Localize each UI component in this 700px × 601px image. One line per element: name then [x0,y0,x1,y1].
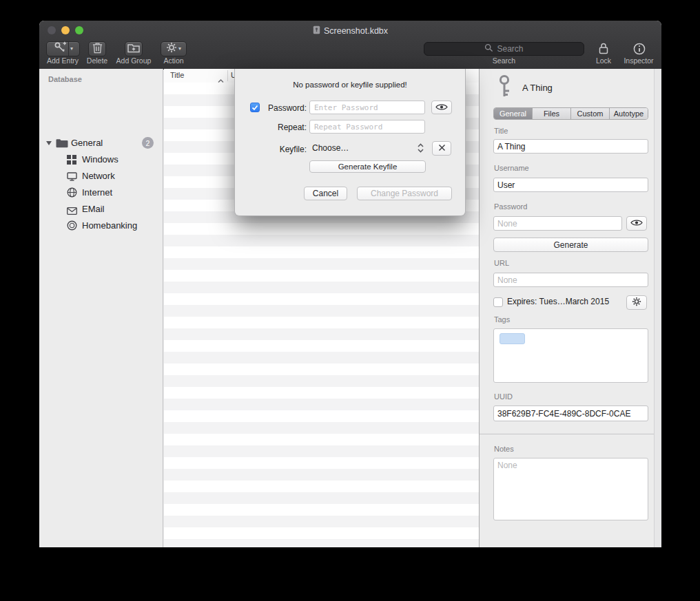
tab-autotype[interactable]: Autotype [610,108,648,119]
folder-plus-icon [127,43,140,56]
sidebar: Database General 2 Windows Network Inter… [39,69,163,547]
username-label: Username [494,164,529,172]
chevron-down-icon: ▾ [178,46,181,52]
lock-icon [599,43,608,57]
password-input[interactable] [309,101,425,114]
inspector-panel: A Thing General Files Custom Autotype Ti… [479,69,661,547]
document-icon [313,25,320,36]
username-field[interactable] [493,178,648,192]
entry-title: A Thing [522,83,553,93]
tag-token[interactable] [500,333,525,344]
expires-checkbox[interactable] [493,297,503,307]
generate-button[interactable]: Generate [493,238,648,252]
add-group-button[interactable] [125,41,143,56]
sidebar-item-label: Internet [82,187,112,198]
titlebar-toolbar: Screenshot.kdbx ▾ Add Entry Delete Add G… [39,21,661,70]
expires-settings-button[interactable] [626,295,647,310]
delete-label: Delete [78,56,116,65]
key-plus-icon [53,41,67,57]
sidebar-item-label: Windows [82,154,119,165]
action-button[interactable]: ▾ [161,41,187,56]
expires-label: Expires: Tues…March 2015 [507,297,609,306]
lock-button[interactable] [597,43,610,57]
inspector-button[interactable] [632,43,646,58]
action-label: Action [152,56,196,65]
search-icon [484,43,493,54]
zoom-button[interactable] [75,26,83,34]
title-label: Title [494,127,508,135]
change-password-dialog: No password or keyfile supplied! Passwor… [234,69,466,216]
tags-label: Tags [494,315,510,324]
key-icon [494,74,515,101]
search-label: Search [424,56,584,65]
notes-field[interactable] [493,458,648,520]
split-divider [68,42,69,56]
sidebar-item-label: General [71,138,103,148]
envelope-icon [67,205,77,218]
sidebar-item-label: Network [82,171,115,181]
eye-icon [435,103,448,113]
sidebar-item-label: EMail [82,204,105,214]
add-group-label: Add Group [112,56,156,65]
windows-icon [67,155,76,167]
dialog-message: No password or keyfile supplied! [235,81,465,89]
app-window: Screenshot.kdbx ▾ Add Entry Delete Add G… [39,21,661,547]
search-input[interactable]: Search [424,42,584,56]
eye-icon [630,218,643,229]
password-label: Password [494,202,527,211]
sidebar-item-internet[interactable]: Internet [39,184,163,201]
chevron-down-icon[interactable]: ▾ [70,46,73,52]
folder-icon [56,138,68,151]
gear-icon [166,42,177,56]
password-field[interactable] [493,216,622,231]
url-label: URL [494,259,509,267]
tab-custom[interactable]: Custom [571,108,610,119]
stepper-icon[interactable] [417,143,424,156]
close-x-icon [438,143,446,154]
sidebar-item-general[interactable]: General 2 [39,135,163,151]
sidebar-section-header: Database [48,75,82,83]
keyfile-popup[interactable]: Choose… [312,143,349,153]
repeat-password-input[interactable] [309,120,425,134]
uuid-field[interactable] [493,405,648,421]
keyfile-label: Keyfile: [262,145,307,154]
sidebar-item-homebanking[interactable]: Homebanking [39,218,163,234]
sidebar-item-email[interactable]: EMail [39,201,163,218]
password-label: Password: [262,103,307,113]
tab-general[interactable]: General [494,108,533,119]
trash-icon [92,42,103,56]
reveal-password-button[interactable] [626,216,647,231]
clear-keyfile-button[interactable] [432,141,451,156]
inspector-label: Inspector [618,56,659,65]
minimize-button[interactable] [61,26,70,34]
repeat-label: Repeat: [262,123,307,132]
section-divider [480,434,655,434]
info-icon [633,43,646,58]
gear-icon [632,297,641,308]
password-checkbox[interactable] [250,103,260,112]
globe-icon [67,187,77,200]
checkmark-icon [251,103,258,113]
add-entry-button[interactable]: ▾ [46,41,80,56]
sidebar-item-network[interactable]: Network [39,168,163,184]
generate-keyfile-button[interactable]: Generate Keyfile [309,160,426,173]
sidebar-item-windows[interactable]: Windows [39,151,163,168]
tags-field[interactable] [493,328,648,383]
disclosure-triangle-icon[interactable] [46,141,52,145]
column-header-title[interactable]: Title [170,71,184,79]
close-button[interactable] [48,26,56,34]
column-divider[interactable] [227,70,228,81]
window-title: Screenshot.kdbx [122,25,579,36]
sidebar-item-label: Homebanking [82,220,137,231]
cancel-button[interactable]: Cancel [304,187,347,200]
inspector-scrollbar[interactable] [654,69,661,547]
delete-button[interactable] [88,41,106,56]
entry-count-badge: 2 [142,137,154,149]
tab-files[interactable]: Files [533,108,571,119]
search-placeholder: Search [497,44,523,54]
reveal-password-button[interactable] [431,101,452,114]
url-field[interactable] [493,273,648,287]
change-password-button[interactable]: Change Password [357,187,452,200]
title-field[interactable] [493,139,648,154]
coin-icon [67,220,77,233]
